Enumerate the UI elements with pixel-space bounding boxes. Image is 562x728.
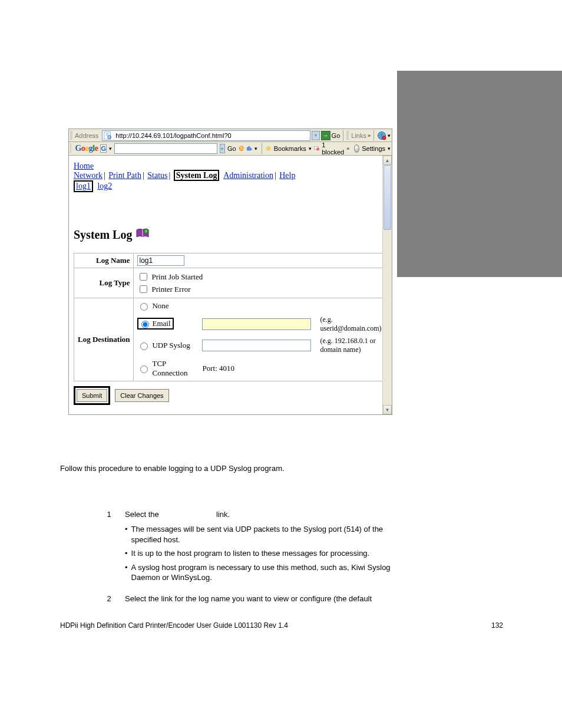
blocked-label[interactable]: 1 blocked bbox=[322, 141, 344, 156]
search-dropdown-icon[interactable]: ▾ bbox=[220, 144, 225, 153]
step-1-content: Select the link. •The messages will be s… bbox=[125, 509, 402, 583]
radio-label-tcp: TCP Connection bbox=[152, 359, 202, 378]
step1-pre: Select the bbox=[125, 510, 159, 519]
port-label: Port: 4010 bbox=[202, 364, 320, 373]
check-print-job-started[interactable] bbox=[140, 273, 147, 281]
go-arrow-icon: → bbox=[321, 131, 330, 140]
radio-none[interactable] bbox=[140, 303, 148, 311]
bullet-2: It is up to the host program to listen t… bbox=[131, 548, 370, 559]
radio-tcp[interactable] bbox=[140, 365, 148, 373]
nav-home[interactable]: Home bbox=[74, 162, 94, 170]
check-label-pjs: Print Job Started bbox=[151, 272, 203, 282]
nav-log1[interactable]: log1 bbox=[76, 182, 91, 190]
intro-text: Follow this procedure to enable logging … bbox=[60, 463, 402, 474]
step1-post: link. bbox=[216, 510, 230, 519]
log-name-input[interactable] bbox=[137, 255, 184, 266]
separator-icon bbox=[343, 130, 343, 141]
svg-point-5 bbox=[240, 149, 241, 150]
decorative-sidebar bbox=[397, 71, 562, 277]
links-label: Links bbox=[351, 132, 366, 139]
nav-administration[interactable]: Administration bbox=[223, 171, 273, 180]
chevron-down-icon[interactable]: ▾ bbox=[388, 146, 391, 151]
page-footer: HDPii High Definition Card Printer/Encod… bbox=[60, 621, 503, 630]
address-label: Address bbox=[75, 132, 98, 139]
grip-icon bbox=[70, 144, 71, 153]
google-logo-icon[interactable]: Google bbox=[75, 144, 98, 153]
hint-udp: (e.g. 192.168.0.1 or domain name) bbox=[320, 337, 381, 354]
scroll-up-icon[interactable]: ▲ bbox=[383, 156, 392, 165]
nav-print-path[interactable]: Print Path bbox=[108, 171, 141, 180]
svg-text:?: ? bbox=[146, 230, 147, 233]
chevron-right-icon[interactable]: » bbox=[346, 146, 349, 151]
bullet-icon: • bbox=[125, 524, 128, 545]
step-number-1: 1 bbox=[99, 509, 119, 583]
config-form: Log Name Log Type Print Job Started Prin… bbox=[74, 253, 382, 381]
label-log-name: Log Name bbox=[74, 253, 134, 268]
nav-status[interactable]: Status bbox=[147, 171, 167, 180]
chevron-down-icon[interactable]: ▾ bbox=[109, 146, 112, 151]
bullet-1: The messages will be sent via UDP packet… bbox=[131, 524, 402, 545]
radio-label-none: None bbox=[152, 301, 168, 311]
book-help-icon[interactable]: ? bbox=[135, 228, 150, 242]
bookmarks-label[interactable]: Bookmarks bbox=[274, 145, 306, 152]
radio-email-boxed: Email bbox=[137, 318, 173, 330]
toolbar-go-label[interactable]: Go bbox=[227, 145, 236, 152]
label-log-destination: Log Destination bbox=[74, 298, 134, 381]
top-nav: Home Network| Print Path| Status| System… bbox=[74, 162, 378, 192]
content-pane: Home Network| Print Path| Status| System… bbox=[69, 155, 392, 414]
chevron-right-icon[interactable]: » bbox=[368, 133, 371, 139]
separator-icon bbox=[373, 130, 374, 141]
nav-network[interactable]: Network bbox=[74, 171, 103, 180]
google-search-input[interactable] bbox=[114, 143, 217, 154]
chevron-down-icon[interactable]: ▾ bbox=[309, 146, 312, 151]
grip-icon bbox=[70, 131, 72, 140]
udp-host-input[interactable] bbox=[202, 340, 311, 351]
address-field-wrap bbox=[102, 130, 310, 141]
popup-blocked-icon[interactable] bbox=[314, 144, 319, 153]
check-printer-error[interactable] bbox=[140, 285, 147, 293]
radio-udp-syslog[interactable] bbox=[140, 342, 148, 350]
heading-text: System Log bbox=[74, 228, 132, 242]
settings-orb-icon[interactable] bbox=[354, 144, 359, 153]
step-2-content: Select the link for the log name you wan… bbox=[125, 594, 402, 604]
footer-page-number: 132 bbox=[491, 621, 503, 630]
settings-label[interactable]: Settings bbox=[362, 145, 385, 152]
step-number-2: 2 bbox=[99, 594, 119, 604]
address-dropdown-icon[interactable]: ▾ bbox=[312, 131, 320, 140]
nav-help[interactable]: Help bbox=[279, 171, 295, 180]
radio-label-email: Email bbox=[152, 319, 170, 328]
bullet-icon: • bbox=[125, 548, 128, 559]
check-label-pe: Printer Error bbox=[151, 285, 190, 294]
google-g-icon[interactable]: G bbox=[100, 144, 107, 153]
scroll-thumb[interactable] bbox=[384, 165, 391, 230]
nav-system-log-selected[interactable]: System Log bbox=[174, 170, 220, 181]
puzzle-icon[interactable] bbox=[246, 144, 252, 153]
nav-log1-boxed: log1 bbox=[74, 180, 93, 192]
grip-icon bbox=[346, 131, 349, 140]
url-input[interactable] bbox=[114, 131, 308, 140]
go-button[interactable]: → Go bbox=[321, 131, 340, 140]
submit-highlight: Submit bbox=[74, 386, 110, 405]
star-icon[interactable] bbox=[266, 144, 271, 153]
email-input[interactable] bbox=[202, 318, 311, 330]
label-log-type: Log Type bbox=[74, 268, 134, 298]
rss-icon[interactable] bbox=[239, 144, 244, 153]
button-row: Submit Clear Changes bbox=[74, 386, 378, 405]
svg-point-3 bbox=[382, 136, 386, 140]
bullet-3: A syslog host program is necessary to us… bbox=[131, 562, 402, 583]
clear-changes-button[interactable]: Clear Changes bbox=[115, 389, 168, 402]
radio-email[interactable] bbox=[141, 321, 149, 328]
vertical-scrollbar[interactable]: ▲ ▼ bbox=[382, 156, 392, 414]
nav-log2[interactable]: log2 bbox=[97, 182, 112, 190]
go-label: Go bbox=[332, 132, 340, 139]
hint-email: (e.g. userid@domain.com) bbox=[320, 315, 381, 333]
browser-window: Address ▾ → Go Links » ▾ bbox=[68, 129, 392, 415]
chevron-down-icon[interactable]: ▾ bbox=[254, 146, 257, 151]
ie-page-icon bbox=[104, 131, 112, 140]
address-bar: Address ▾ → Go Links » ▾ bbox=[69, 129, 392, 142]
scroll-down-icon[interactable]: ▼ bbox=[383, 405, 392, 414]
submit-button[interactable]: Submit bbox=[77, 389, 107, 402]
chevron-down-icon[interactable]: ▾ bbox=[388, 133, 391, 139]
radio-label-udp: UDP Syslog bbox=[152, 341, 190, 350]
globe-icon[interactable] bbox=[377, 131, 386, 140]
